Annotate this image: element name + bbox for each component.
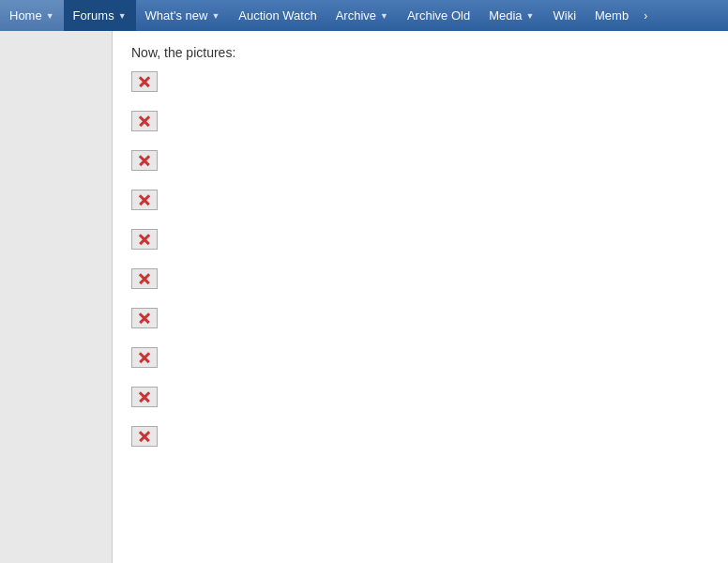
broken-image-8 — [131, 347, 709, 377]
nav-archive-label: Archive — [336, 8, 376, 23]
nav-wiki[interactable]: Wiki — [543, 0, 585, 31]
broken-image-10 — [131, 426, 709, 456]
broken-img-icon-1 — [131, 71, 158, 92]
nav-home[interactable]: Home ▼ — [0, 0, 64, 31]
nav-forums-arrow: ▼ — [118, 11, 127, 21]
nav-forums-label: Forums — [73, 8, 114, 23]
nav-auction-watch-label: Auction Watch — [238, 8, 316, 23]
nav-whats-new-arrow: ▼ — [211, 11, 220, 21]
broken-img-icon-8 — [131, 347, 158, 368]
nav-forums[interactable]: Forums ▼ — [64, 0, 136, 31]
nav-members[interactable]: Memb — [585, 0, 638, 31]
broken-image-7 — [131, 308, 709, 338]
broken-image-6 — [131, 268, 709, 298]
broken-img-icon-7 — [131, 308, 158, 328]
broken-image-5 — [131, 229, 709, 259]
content-area: Now, the pictures: — [113, 31, 728, 563]
broken-img-icon-3 — [131, 150, 158, 171]
nav-wiki-label: Wiki — [553, 8, 576, 23]
broken-img-icon-9 — [131, 387, 158, 407]
broken-img-icon-10 — [131, 426, 158, 447]
nav-media[interactable]: Media ▼ — [479, 0, 543, 31]
nav-whats-new[interactable]: What's new ▼ — [136, 0, 230, 31]
nav-archive-old[interactable]: Archive Old — [398, 0, 479, 31]
broken-img-icon-4 — [131, 190, 158, 210]
nav-archive[interactable]: Archive ▼ — [326, 0, 398, 31]
sidebar — [0, 31, 113, 563]
nav-home-label: Home — [9, 8, 42, 23]
nav-more-icon: › — [644, 9, 647, 23]
broken-img-icon-6 — [131, 268, 158, 289]
broken-image-4 — [131, 190, 709, 220]
nav-more[interactable]: › — [638, 0, 653, 31]
main-layout: Now, the pictures: — [0, 31, 728, 563]
intro-text: Now, the pictures: — [131, 45, 709, 60]
broken-img-icon-2 — [131, 111, 158, 131]
nav-whats-new-label: What's new — [145, 8, 208, 23]
broken-image-1 — [131, 71, 709, 101]
broken-image-2 — [131, 111, 709, 141]
broken-image-3 — [131, 150, 709, 180]
nav-members-label: Memb — [595, 8, 629, 23]
broken-img-icon-5 — [131, 229, 158, 250]
nav-auction-watch[interactable]: Auction Watch — [229, 0, 326, 31]
navbar: Home ▼ Forums ▼ What's new ▼ Auction Wat… — [0, 0, 728, 31]
broken-image-9 — [131, 387, 709, 417]
nav-archive-arrow: ▼ — [380, 11, 388, 21]
nav-archive-old-label: Archive Old — [407, 8, 470, 23]
nav-media-arrow: ▼ — [526, 11, 535, 21]
nav-home-arrow: ▼ — [46, 11, 54, 21]
nav-media-label: Media — [489, 8, 522, 23]
